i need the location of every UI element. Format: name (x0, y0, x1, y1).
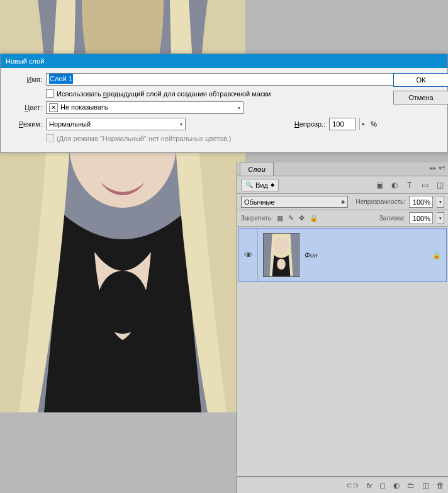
mode-select[interactable]: Нормальный ▾ (46, 118, 186, 130)
search-icon: 🔍 (245, 181, 253, 188)
use-previous-label: Использовать предыдущий слой для создани… (57, 90, 271, 98)
adjustment-icon[interactable]: ◐ (393, 481, 400, 490)
layers-panel: Слои ▸▸ ▾≡ 🔍 Вид ◆ ▣ ◐ T ▭ ◫ Обычные ◆ Н… (237, 162, 448, 493)
svg-point-4 (274, 237, 288, 254)
neutral-fill-checkbox: (Для режима "Нормальный" нет нейтральных… (46, 134, 231, 142)
filter-kind-select[interactable]: 🔍 Вид ◆ (241, 179, 279, 191)
layer-row[interactable]: 👁 Фон 🔒 (238, 228, 447, 282)
opacity-input[interactable]: 100 (329, 118, 356, 130)
chevron-down-icon: ◆ (341, 199, 345, 205)
name-input-value: Слой 1 (49, 74, 73, 84)
blend-mode-select[interactable]: Обычные ◆ (241, 196, 348, 208)
layer-thumbnail[interactable] (263, 233, 300, 277)
tab-layers[interactable]: Слои (240, 162, 274, 176)
svg-point-5 (277, 259, 286, 269)
name-label: Имя: (8, 76, 42, 83)
mask-icon[interactable]: ◻ (379, 481, 386, 490)
lock-label: Закрепить: (241, 215, 273, 222)
lock-all-icon[interactable]: 🔒 (310, 214, 318, 222)
opacity-label: Непрозрачность: (356, 198, 405, 205)
cancel-button[interactable]: Отмена (393, 91, 448, 105)
panel-tabs: Слои ▸▸ ▾≡ (237, 162, 448, 176)
layer-list[interactable]: 👁 Фон 🔒 (237, 227, 448, 477)
filter-smart-icon[interactable]: ◫ (435, 181, 444, 190)
neutral-fill-label: (Для режима "Нормальный" нет нейтральных… (57, 135, 231, 142)
new-layer-icon[interactable]: ◫ (422, 481, 429, 490)
mode-label: Режим: (8, 120, 42, 128)
filter-kind-value: Вид (255, 181, 268, 189)
lock-row: Закрепить: ▦ ✎ ✥ 🔒 Заливка: 100% ▾ (237, 210, 448, 227)
opacity-flyout[interactable]: ▸ (359, 118, 367, 130)
use-previous-checkbox[interactable]: Использовать предыдущий слой для создани… (46, 89, 271, 98)
name-input[interactable]: Слой 1 (46, 73, 399, 86)
lock-icon: 🔒 (427, 251, 446, 259)
color-select-value: ✕Не показывать (49, 103, 108, 112)
opacity-suffix: % (371, 120, 377, 128)
dialog-title-bar[interactable]: Новый слой (1, 54, 447, 68)
checkbox-box (46, 89, 54, 98)
opacity-flyout[interactable]: ▾ (437, 196, 444, 208)
group-icon[interactable]: 🗀 (407, 481, 415, 490)
checkbox-box (46, 134, 54, 142)
svg-point-2 (98, 271, 148, 334)
filter-shape-icon[interactable]: ▭ (420, 181, 429, 190)
chevron-down-icon: ◆ (271, 182, 274, 188)
blend-row: Обычные ◆ Непрозрачность: 100% ▾ (237, 194, 448, 210)
lock-transparent-icon[interactable]: ▦ (277, 214, 283, 222)
layer-filter-bar: 🔍 Вид ◆ ▣ ◐ T ▭ ◫ (237, 176, 448, 194)
eye-icon: 👁 (244, 250, 253, 260)
dialog-title: Новый слой (6, 57, 44, 65)
lock-position-icon[interactable]: ✥ (299, 214, 305, 222)
color-select[interactable]: ✕Не показывать ▾ (46, 101, 244, 114)
layer-fill-input[interactable]: 100% (409, 212, 433, 224)
mode-select-value: Нормальный (49, 120, 91, 128)
chevron-down-icon: ▾ (180, 122, 182, 127)
filter-pixel-icon[interactable]: ▣ (375, 181, 384, 190)
ok-button[interactable]: ОК (393, 73, 448, 87)
visibility-toggle[interactable]: 👁 (239, 229, 258, 281)
color-label: Цвет: (8, 104, 42, 111)
opacity-label: Непрозр.: (294, 120, 325, 128)
blend-mode-value: Обычные (244, 198, 275, 206)
lock-pixels-icon[interactable]: ✎ (288, 214, 294, 222)
filter-adjust-icon[interactable]: ◐ (390, 181, 399, 190)
trash-icon[interactable]: 🗑 (437, 481, 444, 490)
new-layer-dialog: Новый слой ОК Отмена Имя: Слой 1 Использ… (0, 54, 448, 153)
fill-flyout[interactable]: ▾ (437, 212, 444, 224)
panel-collapse-icon[interactable]: ▸▸ (430, 164, 436, 171)
panel-footer: ⊂⊃ fx ◻ ◐ 🗀 ◫ 🗑 (237, 477, 448, 493)
fill-label: Заливка: (379, 215, 405, 222)
fx-icon[interactable]: fx (366, 481, 372, 490)
layer-opacity-input[interactable]: 100% (409, 196, 433, 208)
no-color-icon: ✕ (49, 103, 58, 112)
link-layers-icon[interactable]: ⊂⊃ (346, 481, 359, 490)
chevron-down-icon: ▾ (238, 105, 240, 111)
filter-type-icon[interactable]: T (405, 181, 414, 190)
panel-menu-icon[interactable]: ▾≡ (439, 164, 445, 171)
layer-name[interactable]: Фон (305, 251, 427, 259)
